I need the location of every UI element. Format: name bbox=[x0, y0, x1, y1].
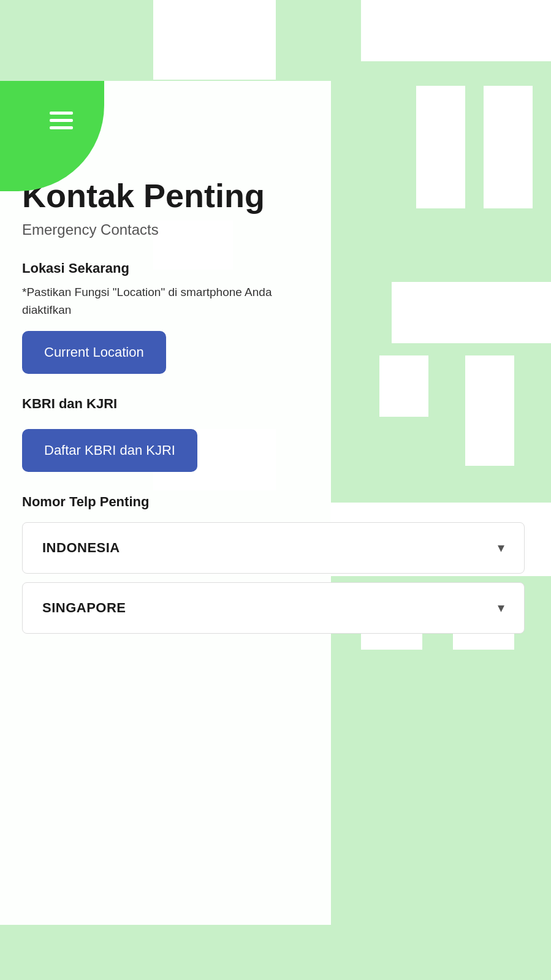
indonesia-chevron-icon: ▾ bbox=[498, 540, 504, 556]
hamburger-line-3 bbox=[50, 126, 73, 129]
dropdown-container: INDONESIA ▾ SINGAPORE ▾ bbox=[22, 522, 309, 634]
singapore-dropdown[interactable]: SINGAPORE ▾ bbox=[22, 582, 525, 634]
indonesia-label: INDONESIA bbox=[42, 540, 120, 556]
content-panel: Kontak Penting Emergency Contacts Lokasi… bbox=[0, 81, 331, 925]
hamburger-line-2 bbox=[50, 119, 73, 122]
page-subtitle: Emergency Contacts bbox=[22, 221, 309, 238]
nomor-telp-label: Nomor Telp Penting bbox=[22, 494, 309, 510]
hamburger-line-1 bbox=[50, 112, 73, 115]
map-tile bbox=[153, 0, 276, 80]
map-tile bbox=[361, 0, 551, 61]
hamburger-button[interactable] bbox=[44, 105, 79, 191]
menu-circle bbox=[0, 81, 104, 191]
kbri-label: KBRI dan KJRI bbox=[22, 396, 309, 412]
singapore-label: SINGAPORE bbox=[42, 600, 126, 616]
lokasi-note: *Pastikan Fungsi "Location" di smartphon… bbox=[22, 284, 309, 319]
indonesia-dropdown[interactable]: INDONESIA ▾ bbox=[22, 522, 525, 574]
main-content: Kontak Penting Emergency Contacts Lokasi… bbox=[0, 81, 551, 925]
menu-button-container bbox=[0, 81, 104, 191]
singapore-chevron-icon: ▾ bbox=[498, 600, 504, 616]
lokasi-label: Lokasi Sekarang bbox=[22, 260, 309, 276]
current-location-button[interactable]: Current Location bbox=[22, 331, 166, 374]
daftar-kbri-button[interactable]: Daftar KBRI dan KJRI bbox=[22, 429, 197, 472]
